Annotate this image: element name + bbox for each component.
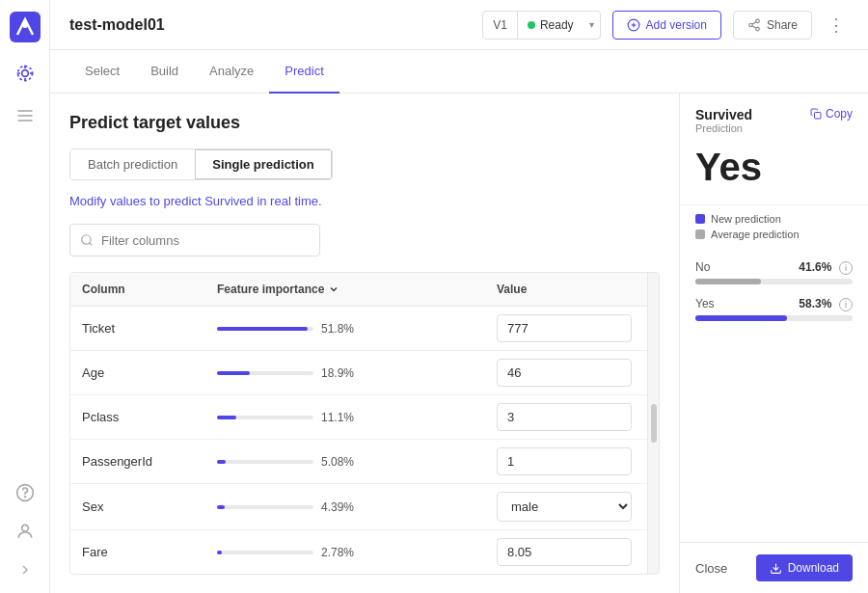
table-row: Ticket 51.8% bbox=[70, 307, 659, 351]
feature-pct: 11.1% bbox=[321, 411, 358, 424]
cell-importance-3: 5.08% bbox=[205, 447, 485, 476]
add-version-label: Add version bbox=[646, 18, 707, 32]
share-label: Share bbox=[767, 18, 798, 32]
content-area: Predict target values Batch prediction S… bbox=[50, 94, 868, 593]
pred-no-info-icon[interactable]: i bbox=[839, 261, 853, 275]
cell-importance-1: 18.9% bbox=[205, 359, 485, 388]
sidebar-bottom bbox=[14, 481, 37, 581]
svg-point-13 bbox=[756, 19, 760, 23]
left-panel: Predict target values Batch prediction S… bbox=[50, 94, 680, 593]
svg-point-18 bbox=[82, 235, 91, 244]
feature-pct: 4.39% bbox=[321, 500, 358, 514]
col-header-column: Column bbox=[70, 273, 205, 306]
close-button[interactable]: Close bbox=[695, 561, 727, 576]
right-panel: Survived Prediction Copy Yes New predict… bbox=[680, 94, 868, 593]
version-chevron-icon[interactable]: ▾ bbox=[583, 19, 600, 30]
table-header: Column Feature importance Value bbox=[70, 273, 659, 307]
page-title: Predict target values bbox=[69, 113, 660, 133]
search-icon bbox=[80, 233, 94, 247]
batch-prediction-button[interactable]: Batch prediction bbox=[70, 149, 195, 179]
feature-bar-bg bbox=[217, 327, 313, 331]
status-dot bbox=[528, 21, 535, 29]
svg-point-2 bbox=[21, 70, 28, 77]
svg-line-19 bbox=[90, 243, 93, 246]
filter-columns-search[interactable] bbox=[69, 224, 320, 256]
tab-analyze[interactable]: Analyze bbox=[194, 50, 269, 94]
svg-point-1 bbox=[22, 22, 28, 28]
description-text: Modify values to predict Survived in rea… bbox=[69, 194, 660, 208]
main-area: test-model01 V1 Ready ▾ Add version Shar… bbox=[50, 0, 868, 593]
value-input[interactable] bbox=[497, 314, 632, 342]
add-version-button[interactable]: Add version bbox=[612, 11, 721, 40]
help-icon[interactable] bbox=[14, 481, 37, 504]
scroll-thumb bbox=[651, 404, 657, 443]
pred-yes-pct: 58.3% bbox=[799, 297, 831, 310]
svg-point-8 bbox=[24, 497, 25, 498]
feature-bar-bg bbox=[217, 505, 313, 509]
feature-bar-bg bbox=[217, 551, 313, 554]
search-input[interactable] bbox=[101, 233, 310, 248]
table-row: PassengerId 5.08% bbox=[70, 440, 659, 484]
cell-value-4[interactable]: malefemale bbox=[485, 484, 639, 529]
tab-predict[interactable]: Predict bbox=[269, 50, 339, 94]
legend-avg-prediction: Average prediction bbox=[695, 229, 853, 240]
col-header-importance: Feature importance bbox=[205, 273, 485, 306]
pred-row-no-header: No 41.6% i bbox=[695, 259, 853, 275]
sidebar bbox=[0, 0, 50, 593]
legend-new-label: New prediction bbox=[711, 213, 781, 225]
value-select[interactable]: malefemale bbox=[497, 492, 632, 522]
version-badge[interactable]: V1 Ready ▾ bbox=[482, 11, 600, 40]
legend-new-prediction: New prediction bbox=[695, 213, 853, 225]
pred-no-pct: 41.6% bbox=[799, 260, 831, 274]
tab-select[interactable]: Select bbox=[69, 50, 135, 94]
value-input[interactable] bbox=[497, 447, 632, 475]
prediction-mode-toggle: Batch prediction Single prediction bbox=[69, 148, 333, 180]
pred-no-bar-bg bbox=[695, 279, 853, 284]
feature-bar-fill bbox=[217, 505, 225, 509]
list-icon[interactable] bbox=[14, 104, 37, 127]
model-icon[interactable] bbox=[14, 62, 37, 85]
cell-column-1: Age bbox=[70, 358, 205, 388]
feature-bar-fill bbox=[217, 327, 308, 331]
feature-bar-fill bbox=[217, 371, 250, 375]
single-prediction-button[interactable]: Single prediction bbox=[195, 149, 331, 179]
cell-value-1[interactable] bbox=[485, 351, 639, 394]
copy-button[interactable]: Copy bbox=[810, 107, 853, 121]
svg-point-9 bbox=[21, 525, 28, 531]
cell-importance-0: 51.8% bbox=[205, 314, 485, 343]
prediction-target: Survived bbox=[695, 107, 752, 122]
share-button[interactable]: Share bbox=[733, 11, 812, 40]
desc-highlight: Survived bbox=[204, 194, 254, 208]
cell-value-3[interactable] bbox=[485, 440, 639, 483]
value-input[interactable] bbox=[497, 403, 632, 431]
panel-footer: Close Download bbox=[680, 542, 868, 593]
pred-yes-info-icon[interactable]: i bbox=[839, 298, 853, 311]
user-icon[interactable] bbox=[14, 520, 37, 543]
cell-column-0: Ticket bbox=[70, 313, 205, 343]
feature-pct: 18.9% bbox=[321, 366, 358, 380]
cell-column-2: Pclass bbox=[70, 402, 205, 432]
cell-importance-2: 11.1% bbox=[205, 403, 485, 432]
tab-build[interactable]: Build bbox=[135, 50, 194, 94]
scroll-indicator[interactable] bbox=[647, 273, 659, 574]
desc-prefix: Modify values to predict bbox=[69, 194, 204, 208]
cell-value-5[interactable] bbox=[485, 530, 639, 574]
more-options-icon[interactable]: ⋮ bbox=[824, 14, 849, 36]
prediction-legend: New prediction Average prediction bbox=[680, 204, 868, 248]
cell-importance-4: 4.39% bbox=[205, 493, 485, 522]
pred-row-yes: Yes 58.3% i bbox=[695, 296, 853, 321]
cell-column-5: Fare bbox=[70, 537, 205, 567]
prediction-value: Yes bbox=[680, 142, 868, 204]
value-input[interactable] bbox=[497, 359, 632, 387]
cell-value-2[interactable] bbox=[485, 395, 639, 439]
download-button[interactable]: Download bbox=[756, 554, 853, 581]
prediction-header: Survived Prediction Copy bbox=[680, 94, 868, 142]
expand-icon[interactable] bbox=[14, 558, 37, 581]
app-logo bbox=[10, 12, 41, 42]
cell-value-0[interactable] bbox=[485, 307, 639, 350]
download-label: Download bbox=[788, 561, 839, 575]
value-input[interactable] bbox=[497, 538, 632, 566]
table-row: Sex 4.39% malefemale bbox=[70, 484, 659, 530]
feature-bar-bg bbox=[217, 460, 313, 464]
pred-yes-bar-bg bbox=[695, 315, 853, 321]
